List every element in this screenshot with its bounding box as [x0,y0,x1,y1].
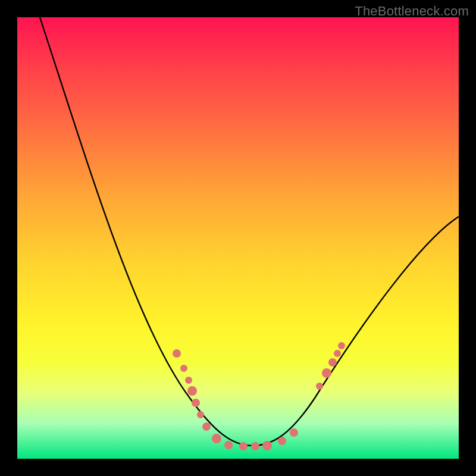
marker-dot [202,422,211,431]
marker-dot [180,365,187,372]
marker-dot [278,437,286,445]
bottleneck-curve [40,17,459,446]
marker-dot [185,377,192,384]
watermark-text: TheBottleneck.com [355,4,469,19]
marker-dot [197,411,204,418]
marker-dot [251,442,259,450]
marker-dot [224,441,233,449]
marker-dot [212,434,221,443]
marker-dot [334,350,341,357]
marker-dot [173,349,181,358]
marker-dot [322,368,331,378]
marker-dot [262,441,272,450]
marker-dot [192,399,200,407]
marker-dot [316,383,323,390]
marker-dot [239,442,248,450]
marker-group [173,342,345,450]
chart-svg [17,17,459,459]
marker-dot [187,386,197,396]
chart-area [17,17,459,459]
marker-dot [328,358,337,367]
marker-dot [338,342,345,349]
marker-dot [290,428,298,437]
